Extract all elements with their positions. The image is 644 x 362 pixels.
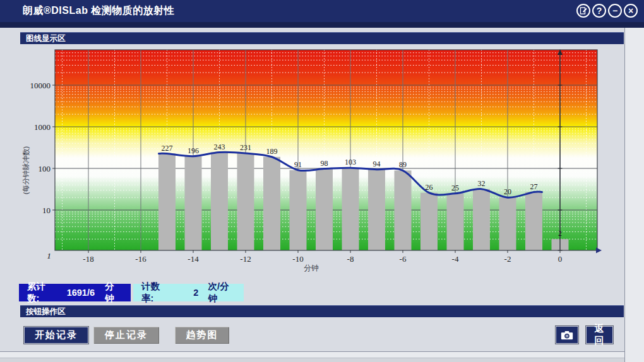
svg-text:227: 227 — [162, 144, 173, 153]
help-button[interactable]: ? — [592, 4, 606, 18]
chart-section-header: 图线显示区 — [20, 32, 624, 44]
minimize-button[interactable]: − — [608, 4, 622, 18]
count-rate-badge: 计数率: 2 次/分钟 — [133, 284, 244, 301]
start-record-button[interactable]: 开始记录 — [24, 327, 88, 344]
count-rate-unit: 次/分钟 — [208, 281, 236, 305]
trend-chart-button[interactable]: 趋势图 — [175, 327, 229, 344]
svg-text:27: 27 — [530, 182, 538, 191]
svg-text:189: 189 — [266, 147, 278, 156]
svg-text:32: 32 — [478, 179, 486, 188]
buttons-section-header: 按钮操作区 — [20, 305, 624, 317]
window-right-margin — [624, 28, 644, 362]
svg-text:-10: -10 — [292, 254, 303, 264]
close-button[interactable]: × — [624, 4, 638, 18]
svg-text:-18: -18 — [83, 254, 93, 264]
svg-text:10: 10 — [42, 206, 51, 215]
svg-text:98: 98 — [321, 159, 328, 168]
camera-icon — [561, 330, 573, 340]
svg-text:231: 231 — [240, 143, 251, 152]
window-title: 朗威®DISLab 检测物质的放射性 — [23, 4, 174, 18]
radiation-chart: 2271962432311899198103948926253220272101… — [19, 44, 624, 281]
svg-text:2: 2 — [558, 229, 562, 238]
buttons-section-title: 按钮操作区 — [26, 307, 66, 317]
app-window: 朗威®DISLab 检测物质的放射性 ? − × 图线显示区 227196243… — [0, 0, 644, 362]
back-button[interactable]: 返回 — [586, 326, 613, 344]
window-edge-line — [0, 358, 624, 362]
svg-text:89: 89 — [399, 160, 407, 169]
snapshot-button[interactable] — [556, 326, 578, 344]
svg-text:94: 94 — [373, 160, 381, 168]
svg-text:100: 100 — [39, 164, 51, 173]
svg-text:-6: -6 — [400, 254, 407, 264]
chart-region: 2271962432311899198103948926253220272101… — [19, 44, 624, 283]
window-controls: ? − × — [576, 4, 638, 18]
svg-text:-12: -12 — [240, 254, 251, 264]
svg-text:10000: 10000 — [30, 81, 51, 90]
count-rate-value: 2 — [193, 288, 198, 298]
count-rate-label: 计数率: — [141, 281, 169, 305]
svg-text:-16: -16 — [135, 254, 146, 264]
report-icon — [580, 7, 587, 15]
stop-record-button[interactable]: 停止记录 — [93, 327, 159, 344]
cumulative-count-badge: 累计数: 1691/6 分钟 — [19, 284, 131, 301]
cumulative-count-value: 1691/6 — [67, 288, 95, 298]
svg-text:20: 20 — [504, 187, 511, 196]
cumulative-count-label: 累计数: — [27, 281, 57, 305]
svg-text:-2: -2 — [504, 254, 511, 264]
window-bottom-margin — [0, 351, 624, 362]
svg-text:1: 1 — [47, 251, 51, 260]
svg-text:-8: -8 — [347, 254, 354, 264]
report-button[interactable] — [576, 4, 590, 18]
svg-text:-14: -14 — [188, 254, 199, 264]
svg-text:(每分钟脉冲数): (每分钟脉冲数) — [22, 146, 30, 195]
svg-text:1000: 1000 — [34, 122, 51, 132]
svg-text:0: 0 — [558, 254, 563, 264]
cumulative-count-unit: 分钟 — [105, 281, 122, 305]
svg-text:-4: -4 — [452, 254, 459, 264]
svg-text:26: 26 — [426, 183, 433, 192]
title-bar: 朗威®DISLab 检测物质的放射性 ? − × — [0, 0, 644, 28]
svg-text:103: 103 — [345, 158, 356, 166]
svg-text:196: 196 — [188, 146, 199, 155]
svg-text:25: 25 — [451, 184, 459, 192]
svg-text:243: 243 — [214, 143, 225, 151]
svg-text:91: 91 — [294, 160, 302, 169]
svg-text:分钟: 分钟 — [304, 264, 319, 272]
chart-section-title: 图线显示区 — [26, 33, 66, 44]
